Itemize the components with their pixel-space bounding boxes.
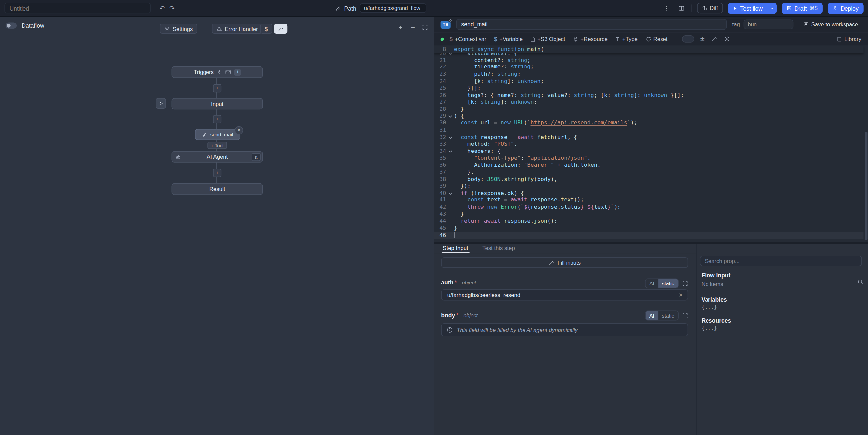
zoom-out-button[interactable]: − bbox=[409, 24, 416, 31]
code-line-23[interactable]: 23 path?: string; bbox=[434, 71, 864, 78]
assistant-status-pill[interactable] bbox=[682, 35, 694, 43]
path-input[interactable] bbox=[360, 3, 426, 12]
code-line-8[interactable]: 8export async function main( bbox=[434, 46, 864, 53]
step-name-input[interactable] bbox=[456, 19, 726, 30]
panel-resize-handle[interactable] bbox=[434, 242, 868, 244]
add-type-button[interactable]: +Type bbox=[615, 36, 638, 42]
insert-step-button[interactable]: + bbox=[213, 84, 221, 92]
error-handler-label: Error Handler bbox=[225, 26, 258, 32]
tab-test-this-step[interactable]: Test this step bbox=[482, 245, 516, 253]
ai-wand-button[interactable] bbox=[274, 24, 287, 34]
variables-value[interactable]: {...} bbox=[702, 304, 717, 310]
search-prop-input[interactable] bbox=[700, 256, 862, 266]
redo-button[interactable]: ↷ bbox=[167, 3, 177, 13]
code-line-26[interactable]: 26 tags?: { name?: string; value?: strin… bbox=[434, 92, 864, 99]
wand-icon[interactable] bbox=[711, 36, 717, 42]
node-send-mail[interactable]: send_mail × bbox=[195, 129, 240, 140]
code-line-27[interactable]: 27 [k: string]: unknown; bbox=[434, 99, 864, 106]
code-line-36[interactable]: 36 Authorization: "Bearer " + auth.token… bbox=[434, 162, 864, 169]
diff-button[interactable]: Diff bbox=[697, 3, 723, 13]
draft-button[interactable]: Draft ⌘S bbox=[782, 3, 823, 13]
fold-chevron-icon[interactable] bbox=[446, 113, 454, 120]
fold-chevron-icon[interactable] bbox=[446, 134, 454, 141]
code-line-28[interactable]: 28 } bbox=[434, 106, 864, 113]
code-line-21[interactable]: 21 content?: string; bbox=[434, 57, 864, 64]
fold-chevron-icon[interactable] bbox=[446, 148, 454, 155]
remove-tool-button[interactable]: × bbox=[235, 126, 243, 134]
node-result[interactable]: Result bbox=[172, 183, 263, 195]
code-line-40[interactable]: 40 if (!response.ok) { bbox=[434, 190, 864, 196]
save-to-workspace-button[interactable]: Save to workspace bbox=[800, 21, 862, 28]
code-line-34[interactable]: 34 headers: { bbox=[434, 148, 864, 155]
add-trigger-button[interactable]: + bbox=[234, 69, 241, 75]
deploy-button[interactable]: Deploy bbox=[828, 3, 864, 13]
run-input-button[interactable] bbox=[156, 98, 166, 108]
fold-chevron-icon[interactable] bbox=[446, 53, 454, 57]
error-handler-button[interactable]: Error Handler bbox=[212, 24, 262, 34]
flow-settings-button[interactable]: Settings bbox=[160, 24, 197, 34]
code-line-33[interactable]: 33 method: "POST", bbox=[434, 141, 864, 148]
code-line-46[interactable]: 46 bbox=[434, 231, 864, 239]
code-line-43[interactable]: 43 } bbox=[434, 211, 864, 218]
test-flow-button[interactable]: Test flow bbox=[728, 3, 768, 13]
fold-chevron-icon[interactable] bbox=[446, 190, 454, 196]
expand-field-icon[interactable] bbox=[682, 312, 688, 318]
font-size-icon[interactable]: ± bbox=[700, 35, 705, 43]
code-line-44[interactable]: 44 return await response.json(); bbox=[434, 218, 864, 225]
insert-step-button[interactable]: + bbox=[213, 169, 221, 177]
code-line-22[interactable]: 22 filename?: string; bbox=[434, 64, 864, 71]
node-triggers[interactable]: Triggers + bbox=[172, 66, 263, 78]
body-mode-ai-button[interactable]: AI bbox=[645, 311, 658, 320]
expand-field-icon[interactable] bbox=[682, 280, 688, 286]
body-mode-static-button[interactable]: static bbox=[658, 311, 678, 320]
zoom-in-button[interactable]: + bbox=[397, 24, 404, 31]
clear-auth-button[interactable]: × bbox=[678, 292, 683, 298]
search-icon[interactable] bbox=[858, 279, 863, 285]
add-context-var-button[interactable]: $+Context var bbox=[450, 36, 486, 42]
auth-value-input[interactable] bbox=[446, 291, 678, 299]
code-line-20[interactable]: 20 attachments?: { bbox=[434, 53, 864, 57]
more-menu-button[interactable]: ⋮ bbox=[661, 3, 672, 13]
code-line-38[interactable]: 38 body: JSON.stringify(body), bbox=[434, 176, 864, 183]
code-editor[interactable]: 8export async function main( 20 attachme… bbox=[434, 45, 868, 242]
layout-panel-button[interactable] bbox=[677, 3, 687, 13]
auth-mode-ai-button[interactable]: AI bbox=[645, 279, 658, 288]
insert-step-button[interactable]: + bbox=[213, 115, 221, 123]
tag-input[interactable] bbox=[743, 20, 793, 29]
code-line-37[interactable]: 37 }, bbox=[434, 169, 864, 176]
node-ai-agent[interactable]: AI Agent a bbox=[172, 151, 263, 163]
code-line-39[interactable]: 39 }); bbox=[434, 183, 864, 190]
fill-inputs-button[interactable]: Fill inputs bbox=[441, 257, 688, 268]
code-line-35[interactable]: 35 "Content-Type": "application/json", bbox=[434, 155, 864, 162]
dataflow-toggle[interactable] bbox=[6, 23, 17, 28]
add-resource-button[interactable]: +Resource bbox=[573, 36, 608, 42]
editor-settings-gear-icon[interactable] bbox=[724, 36, 730, 42]
add-s3-object-button[interactable]: +S3 Object bbox=[530, 36, 565, 42]
fit-view-button[interactable] bbox=[421, 24, 429, 31]
kebab-icon: ⋮ bbox=[663, 4, 670, 12]
add-tool-button[interactable]: + Tool bbox=[208, 142, 227, 149]
library-button[interactable]: Library bbox=[837, 36, 861, 42]
reset-button[interactable]: Reset bbox=[645, 36, 668, 42]
tab-step-input[interactable]: Step Input bbox=[442, 245, 469, 253]
code-line-25[interactable]: 25 }[]; bbox=[434, 85, 864, 92]
code-line-42[interactable]: 42 throw new Error(`${response.status} $… bbox=[434, 204, 864, 211]
undo-button[interactable]: ↶ bbox=[157, 3, 167, 13]
code-line-24[interactable]: 24 [k: string]: unknown; bbox=[434, 78, 864, 85]
auth-mode-static-button[interactable]: static bbox=[658, 279, 678, 288]
flow-summary-input[interactable] bbox=[4, 3, 151, 13]
flow-input-value: No items bbox=[702, 281, 723, 287]
expand-code-button[interactable]: $ bbox=[260, 24, 272, 34]
code-line-45[interactable]: 45} bbox=[434, 225, 864, 231]
test-flow-dropdown-button[interactable] bbox=[768, 3, 777, 13]
add-variable-button[interactable]: $+Variable bbox=[494, 36, 523, 42]
code-line-29[interactable]: 29) { bbox=[434, 113, 864, 120]
code-line-31[interactable]: 31 bbox=[434, 127, 864, 134]
code-line-32[interactable]: 32 const response = await fetch(url, { bbox=[434, 134, 864, 141]
lang-settings-icon[interactable] bbox=[448, 18, 453, 22]
node-input[interactable]: Input bbox=[172, 98, 263, 110]
code-line-30[interactable]: 30 const url = new URL(`https://api.rese… bbox=[434, 120, 864, 127]
resources-value[interactable]: {...} bbox=[702, 325, 717, 331]
code-line-41[interactable]: 41 const text = await response.text(); bbox=[434, 197, 864, 204]
editor-scrollbar[interactable] bbox=[865, 132, 867, 240]
